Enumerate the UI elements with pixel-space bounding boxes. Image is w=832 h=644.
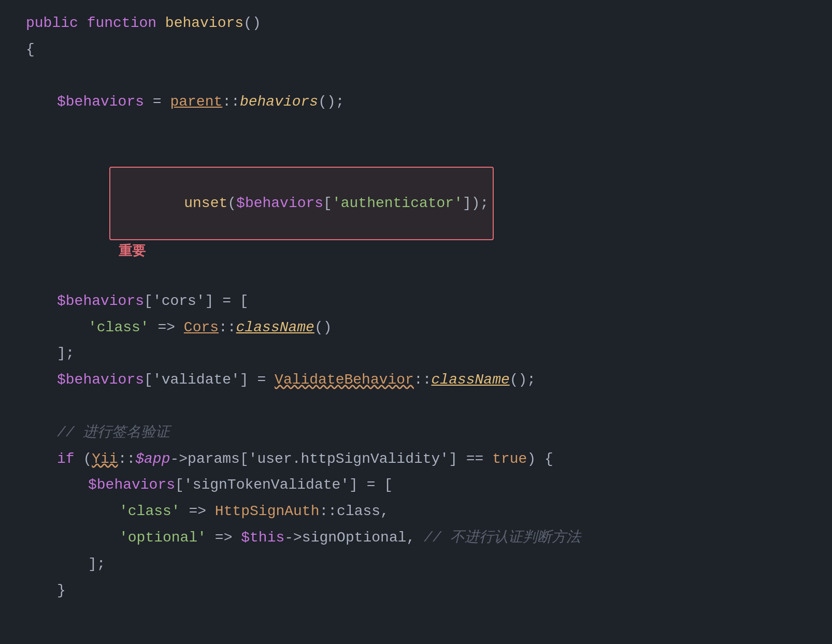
code-text: { — [26, 38, 35, 62]
code-text: unset($behaviors['authenticator']); 重要 — [26, 143, 494, 287]
code-text — [26, 65, 35, 88]
code-line-20 — [0, 630, 832, 644]
code-text: // 进行签名验证 — [26, 421, 170, 445]
code-text — [26, 395, 35, 418]
code-text — [26, 632, 35, 644]
code-text: 'class' => Cors::className() — [26, 316, 332, 340]
code-line-18: } — [0, 578, 832, 604]
code-line-7: $behaviors['cors'] = [ — [0, 288, 832, 315]
code-line-16: 'optional' => $this->signOptional, // 不进… — [0, 525, 832, 551]
code-line-3 — [0, 63, 832, 90]
code-line-1: public function behaviors() — [0, 10, 832, 37]
code-text: } — [26, 579, 66, 603]
code-text — [26, 117, 35, 140]
code-line-6: unset($behaviors['authenticator']); 重要 — [0, 142, 832, 288]
code-text: public function behaviors() — [26, 12, 261, 35]
code-line-2: { — [0, 37, 832, 63]
code-text — [26, 605, 35, 628]
code-text: if (Yii::$app->params['user.httpSignVali… — [26, 448, 553, 471]
code-text: $behaviors = parent::behaviors(); — [26, 91, 345, 114]
code-line-8: 'class' => Cors::className() — [0, 315, 832, 341]
code-line-13: if (Yii::$app->params['user.httpSignVali… — [0, 446, 832, 473]
code-text: $behaviors['validate'] = ValidateBehavio… — [26, 369, 536, 392]
code-editor: public function behaviors() { $behaviors… — [0, 0, 832, 644]
code-line-14: $behaviors['signTokenValidate'] = [ — [0, 472, 832, 499]
code-text: ]; — [26, 342, 75, 365]
code-line-10: $behaviors['validate'] = ValidateBehavio… — [0, 367, 832, 393]
code-text: $behaviors['cors'] = [ — [26, 290, 249, 313]
code-line-15: 'class' => HttpSignAuth::class, — [0, 499, 832, 525]
code-text: $behaviors['signTokenValidate'] = [ — [26, 474, 393, 497]
code-line-17: ]; — [0, 551, 832, 578]
code-line-19 — [0, 604, 832, 630]
code-line-9: ]; — [0, 341, 832, 367]
code-text: 'class' => HttpSignAuth::class, — [26, 500, 389, 523]
code-text: ]; — [26, 553, 106, 576]
code-text: 'optional' => $this->signOptional, // 不进… — [26, 526, 581, 550]
code-line-4: $behaviors = parent::behaviors(); — [0, 89, 832, 115]
code-line-12: // 进行签名验证 — [0, 420, 832, 446]
code-line-11 — [0, 393, 832, 420]
code-line-5 — [0, 115, 832, 142]
